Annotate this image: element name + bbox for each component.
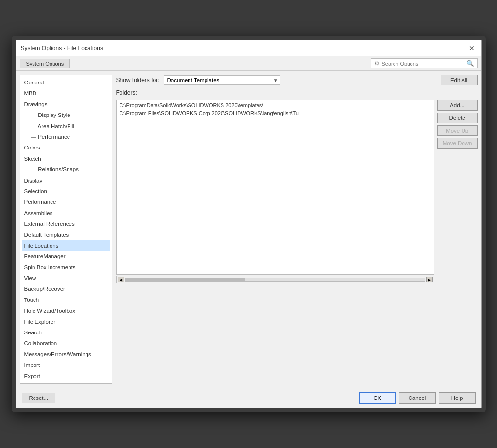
sidebar-item-default-templates[interactable]: Default Templates xyxy=(22,230,110,240)
dialog-title: System Options - File Locations xyxy=(21,45,103,51)
toolbar: System Options ⚙ 🔍 xyxy=(16,56,481,71)
sidebar-item-search[interactable]: Search xyxy=(22,327,110,338)
help-button[interactable]: Help xyxy=(439,392,476,404)
scroll-right-arrow[interactable]: ▶ xyxy=(426,277,433,282)
delete-button[interactable]: Delete xyxy=(437,113,478,123)
dropdown-wrapper: Document TemplatesSheet FormatsDrawing T… xyxy=(164,75,280,85)
sidebar-item-relations-snaps[interactable]: Relations/Snaps xyxy=(22,164,110,175)
sidebar-item-general[interactable]: General xyxy=(22,77,110,88)
move-up-button[interactable]: Move Up xyxy=(437,125,478,136)
sidebar-item-hole-wizard-toolbox[interactable]: Hole Wizard/Toolbox xyxy=(22,305,110,316)
folders-list[interactable]: C:\ProgramData\SolidWorks\SOLIDWORKS 202… xyxy=(116,100,434,275)
sidebar-item-collaboration[interactable]: Collaboration xyxy=(22,338,110,348)
sidebar-item-spin-box-increments[interactable]: Spin Box Increments xyxy=(22,262,110,273)
title-bar: System Options - File Locations ✕ xyxy=(16,40,481,56)
sidebar-item-messages-errors-warnings[interactable]: Messages/Errors/Warnings xyxy=(22,349,110,360)
sidebar-item-assemblies[interactable]: Assemblies xyxy=(22,208,110,218)
folders-area: C:\ProgramData\SolidWorks\SOLIDWORKS 202… xyxy=(116,100,478,283)
sidebar-item-selection[interactable]: Selection xyxy=(22,186,110,197)
reset-button[interactable]: Reset... xyxy=(22,393,56,403)
sidebar-item-external-references[interactable]: External References xyxy=(22,218,110,229)
search-box: ⚙ 🔍 xyxy=(371,58,478,68)
sidebar-item-backup-recover[interactable]: Backup/Recover xyxy=(22,283,110,294)
sidebar-item-performance[interactable]: Performance xyxy=(22,132,110,142)
add-button[interactable]: Add... xyxy=(437,100,478,111)
sidebar-item-export[interactable]: Export xyxy=(22,371,110,382)
sidebar-item-drawings[interactable]: Drawings xyxy=(22,99,110,110)
scroll-thumb xyxy=(126,278,245,281)
right-panel: Show folders for: Document TemplatesShee… xyxy=(116,75,478,384)
search-button[interactable]: 🔍 xyxy=(466,60,474,67)
sidebar-item-view[interactable]: View xyxy=(22,273,110,283)
horizontal-scrollbar[interactable]: ◀ ▶ xyxy=(116,276,434,283)
dialog: System Options - File Locations ✕ System… xyxy=(16,40,482,408)
move-down-button[interactable]: Move Down xyxy=(437,138,478,149)
show-folders-row: Show folders for: Document TemplatesShee… xyxy=(116,75,478,85)
search-input[interactable] xyxy=(382,61,466,66)
edit-all-button[interactable]: Edit All xyxy=(441,75,478,85)
dialog-wrapper: System Options - File Locations ✕ System… xyxy=(12,36,486,412)
action-buttons: Add... Delete Move Up Move Down xyxy=(437,100,478,283)
sidebar-item-file-explorer[interactable]: File Explorer xyxy=(22,316,110,327)
sidebar: GeneralMBDDrawingsDisplay StyleArea Hatc… xyxy=(20,75,112,384)
main-content: GeneralMBDDrawingsDisplay StyleArea Hatc… xyxy=(16,71,481,388)
bottom-bar: Reset... OK Cancel Help xyxy=(16,388,481,408)
sidebar-item-file-locations[interactable]: File Locations xyxy=(22,240,110,251)
sidebar-item-display[interactable]: Display xyxy=(22,175,110,186)
sidebar-item-colors[interactable]: Colors xyxy=(22,142,110,153)
system-options-tab[interactable]: System Options xyxy=(20,59,70,68)
sidebar-item-display-style[interactable]: Display Style xyxy=(22,110,110,120)
bottom-right-buttons: OK Cancel Help xyxy=(359,392,476,404)
sidebar-item-area-hatch-fill[interactable]: Area Hatch/Fill xyxy=(22,121,110,132)
sidebar-item-import[interactable]: Import xyxy=(22,360,110,370)
scroll-left-arrow[interactable]: ◀ xyxy=(118,277,124,282)
cancel-button[interactable]: Cancel xyxy=(399,392,436,404)
close-button[interactable]: ✕ xyxy=(467,43,477,53)
folder-entry[interactable]: C:\ProgramData\SolidWorks\SOLIDWORKS 202… xyxy=(118,101,433,109)
scroll-track[interactable] xyxy=(125,278,425,282)
sidebar-item-touch[interactable]: Touch xyxy=(22,295,110,305)
folders-dropdown[interactable]: Document TemplatesSheet FormatsDrawing T… xyxy=(164,75,280,85)
sidebar-item-featuremanager[interactable]: FeatureManager xyxy=(22,251,110,262)
folder-entry[interactable]: C:\Program Files\SOLIDWORKS Corp 2020\SO… xyxy=(118,109,433,117)
ok-button[interactable]: OK xyxy=(359,392,396,404)
sidebar-item-mbd[interactable]: MBD xyxy=(22,88,110,99)
folders-list-container: C:\ProgramData\SolidWorks\SOLIDWORKS 202… xyxy=(116,100,434,283)
folders-label: Folders: xyxy=(116,89,478,96)
sidebar-item-sketch[interactable]: Sketch xyxy=(22,153,110,164)
gear-icon: ⚙ xyxy=(374,60,380,67)
sidebar-item-performance[interactable]: Performance xyxy=(22,197,110,207)
show-folders-label: Show folders for: xyxy=(116,77,160,83)
